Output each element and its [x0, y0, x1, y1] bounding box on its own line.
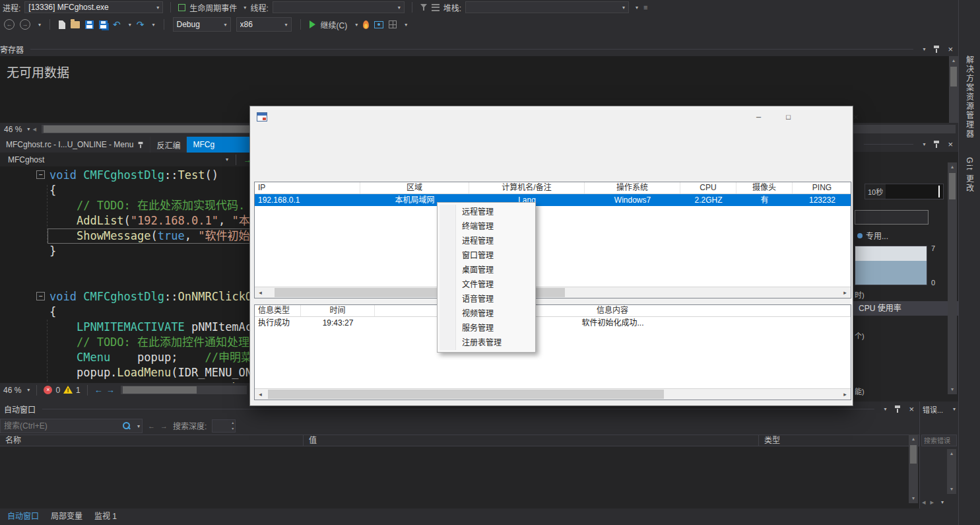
- hosts-hscrollbar[interactable]: ◂ ▸: [255, 287, 851, 298]
- chevron-down-icon[interactable]: ▾: [27, 126, 30, 132]
- chevron-down-icon[interactable]: ▾: [355, 22, 358, 28]
- save-all-icon[interactable]: [99, 20, 108, 29]
- zoom-level[interactable]: 46 %: [3, 386, 21, 395]
- next-result-icon[interactable]: →: [160, 422, 168, 430]
- log-table[interactable]: 信息类型时间信息内容 执行成功19:43:27软件初始化成功... ◂ ▸: [254, 304, 851, 400]
- autos-searchbox[interactable]: ▾: [0, 419, 143, 433]
- context-menu-item[interactable]: 进程管理: [438, 234, 535, 248]
- minimize-button[interactable]: ─: [744, 107, 773, 127]
- undo-icon[interactable]: ↶: [113, 20, 121, 29]
- new-file-icon[interactable]: [59, 20, 65, 29]
- continue-play-icon[interactable]: [310, 20, 315, 28]
- fold-toggle-icon[interactable]: −: [36, 170, 45, 179]
- timeline-widget[interactable]: 10秒: [865, 184, 944, 199]
- chevron-down-icon[interactable]: ▾: [884, 406, 886, 412]
- context-menu-item[interactable]: 窗口管理: [438, 248, 535, 263]
- continue-button[interactable]: 继续(C): [321, 19, 348, 30]
- chevron-down-icon[interactable]: ▾: [953, 406, 956, 412]
- column-header[interactable]: PING: [793, 182, 852, 193]
- cpu-usage-header[interactable]: CPU 使用率: [853, 301, 958, 316]
- scroll-down-icon[interactable]: ▾: [947, 485, 956, 494]
- chevron-down-icon[interactable]: ▾: [137, 423, 140, 429]
- column-header[interactable]: 操作系统: [585, 182, 680, 193]
- scrollbar-thumb[interactable]: [268, 390, 664, 399]
- scrollbar-thumb[interactable]: [949, 173, 956, 199]
- spin-up-icon[interactable]: ▴: [232, 420, 234, 426]
- error-count[interactable]: 0: [55, 386, 60, 395]
- close-icon[interactable]: ×: [948, 45, 953, 53]
- bottom-tab[interactable]: 监视 1: [88, 508, 123, 525]
- toolbar-overflow-icon[interactable]: ≡: [643, 3, 647, 11]
- pin-icon[interactable]: [894, 405, 901, 413]
- scroll-down-icon[interactable]: ▾: [948, 385, 957, 394]
- chevron-down-icon[interactable]: ▾: [923, 141, 925, 147]
- context-menu-item[interactable]: 注册表管理: [438, 335, 535, 350]
- zoom-level[interactable]: 46 %: [4, 125, 22, 134]
- search-depth-spinner[interactable]: ▴ ▾: [212, 419, 236, 433]
- column-header[interactable]: 摄像头: [736, 182, 793, 193]
- breadcrumb-type-dropdown[interactable]: MFCghost ▾: [4, 153, 232, 166]
- chevron-down-icon[interactable]: ▾: [27, 387, 30, 393]
- open-folder-icon[interactable]: [71, 21, 80, 28]
- toolbar-overflow-icon[interactable]: ▾: [405, 22, 407, 28]
- vertical-tab[interactable]: Git 更改: [964, 157, 975, 193]
- autos-scrollbar[interactable]: ▴ ▾: [909, 435, 918, 503]
- toolbar-options-icon[interactable]: ▾: [636, 5, 638, 11]
- scroll-up-icon[interactable]: ▴: [909, 435, 918, 444]
- scroll-up-icon[interactable]: ▴: [947, 449, 956, 458]
- registers-scrollbar[interactable]: ▴: [949, 56, 958, 123]
- hot-reload-icon[interactable]: [363, 20, 369, 29]
- warning-count[interactable]: 1: [76, 386, 81, 395]
- navigate-back-icon[interactable]: ←: [4, 19, 15, 30]
- timeline-cursor[interactable]: [938, 186, 940, 197]
- pin-icon[interactable]: [138, 141, 144, 148]
- redo-icon[interactable]: ↷: [137, 20, 145, 29]
- chevron-down-icon[interactable]: ▾: [152, 22, 155, 28]
- snapshot-icon[interactable]: [374, 21, 383, 28]
- save-icon[interactable]: [85, 20, 94, 29]
- editor-tab[interactable]: MFCghost.rc - I...U_ONLINE - Menu: [0, 137, 150, 153]
- scroll-right-icon[interactable]: ▸: [839, 389, 851, 400]
- layout-grid-icon[interactable]: [389, 20, 397, 28]
- table-row[interactable]: 192.168.0.1本机局域网LangWindows72.2GHZ有12323…: [255, 194, 851, 206]
- scroll-up-icon[interactable]: ▴: [948, 162, 957, 172]
- context-menu-item[interactable]: 桌面管理: [438, 263, 535, 277]
- scrollbar-thumb[interactable]: [950, 67, 957, 87]
- lifecycle-events-button[interactable]: 生命周期事件: [189, 2, 237, 13]
- search-input[interactable]: [0, 419, 143, 433]
- context-menu-item[interactable]: 服务管理: [438, 321, 535, 335]
- editor-tab[interactable]: 反汇编: [150, 137, 187, 153]
- vertical-tab[interactable]: 解决方案资源管理器: [964, 55, 975, 139]
- prev-result-icon[interactable]: ←: [148, 422, 155, 430]
- maximize-button[interactable]: □: [773, 107, 803, 127]
- column-header[interactable]: CPU: [680, 182, 736, 193]
- hosts-table[interactable]: IP区域计算机名/备注操作系统CPU摄像头PING 192.168.0.1本机局…: [254, 182, 851, 298]
- filter-icon[interactable]: [420, 3, 428, 11]
- column-header[interactable]: 区域: [360, 182, 469, 193]
- context-menu-item[interactable]: 终端管理: [438, 219, 535, 234]
- pin-icon[interactable]: [933, 140, 940, 149]
- diagnostics-header[interactable]: ▾ ×: [853, 137, 958, 152]
- scroll-up-icon[interactable]: ▴: [949, 56, 958, 65]
- column-header[interactable]: 计算机名/备注: [469, 182, 585, 193]
- scroll-right-icon[interactable]: ▸: [931, 498, 934, 507]
- column-header[interactable]: 信息类型: [255, 305, 301, 316]
- fold-toggle-icon[interactable]: −: [36, 292, 45, 300]
- log-hscrollbar[interactable]: ◂ ▸: [255, 388, 851, 400]
- autos-column-header[interactable]: 值: [304, 435, 759, 446]
- stack-combobox[interactable]: ▾: [465, 1, 629, 13]
- process-combobox[interactable]: [13336] MFCghost.exe ▾: [24, 1, 163, 13]
- navigate-back-icon[interactable]: ←: [94, 385, 103, 395]
- thread-combobox[interactable]: ▾: [273, 1, 405, 13]
- horizontal-scrollbar[interactable]: [121, 386, 247, 394]
- autos-column-header[interactable]: 类型: [759, 435, 919, 446]
- scroll-right-icon[interactable]: ▸: [839, 287, 851, 298]
- chevron-down-icon[interactable]: ▾: [129, 22, 131, 28]
- context-menu-item[interactable]: 远程管理: [438, 205, 535, 219]
- scroll-left-icon[interactable]: ◂: [255, 389, 266, 400]
- table-row[interactable]: 执行成功19:43:27软件初始化成功...: [255, 317, 851, 329]
- close-button[interactable]: ×: [803, 107, 853, 127]
- close-icon[interactable]: ×: [909, 405, 914, 413]
- platform-dropdown[interactable]: x86 ▾: [236, 17, 292, 32]
- scroll-down-icon[interactable]: ▾: [909, 494, 918, 503]
